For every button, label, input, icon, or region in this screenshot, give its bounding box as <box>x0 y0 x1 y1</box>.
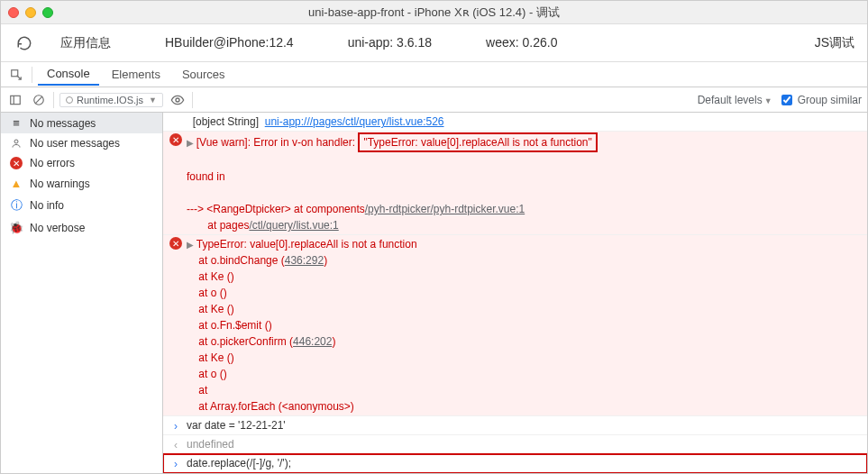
window-titlebar: uni-base-app-front - iPhone Xʀ (iOS 12.4… <box>1 1 867 24</box>
chevron-down-icon: ▼ <box>764 96 772 105</box>
sidebar-item-label: No info <box>30 199 64 212</box>
sidebar-item-messages[interactable]: ≡ No messages <box>1 113 162 133</box>
sidebar-item-label: No verbose <box>30 222 85 234</box>
group-similar-label: Group similar <box>798 94 862 106</box>
expand-icon[interactable]: ▶ <box>187 138 196 148</box>
app-info-label[interactable]: 应用信息 <box>60 35 111 51</box>
sidebar-item-info[interactable]: ⓘ No info <box>1 194 162 217</box>
error-icon: ✕ <box>169 237 182 250</box>
sidebar-item-user-messages[interactable]: No user messages <box>1 133 162 153</box>
console-error-row: ✕ ▶ [Vue warn]: Error in v-on handler: "… <box>163 132 867 235</box>
context-dot-icon <box>66 96 73 104</box>
context-name: Runtime.IOS.js <box>77 95 143 105</box>
source-link[interactable]: 436:292 <box>285 254 324 267</box>
reload-icon <box>16 35 32 51</box>
toggle-sidebar-icon[interactable] <box>6 91 24 109</box>
sidebar-item-errors[interactable]: ✕ No errors <box>1 153 162 173</box>
clear-console-icon[interactable] <box>30 91 48 109</box>
close-window-button[interactable] <box>8 7 19 18</box>
expand-icon[interactable]: ▶ <box>187 240 196 250</box>
console-error-row: ✕ ▶ TypeError: value[0].replaceAll is no… <box>163 235 867 416</box>
uniapp-version-label: uni-app: 3.6.18 <box>348 35 432 51</box>
maximize-window-button[interactable] <box>42 7 53 18</box>
source-link[interactable]: 446:202 <box>293 335 332 348</box>
minimize-window-button[interactable] <box>25 7 36 18</box>
messages-icon: ≡ <box>10 116 23 130</box>
tab-elements[interactable]: Elements <box>103 64 169 85</box>
return-icon: ‹ <box>174 437 178 453</box>
console-input-row: › date.replace(/[-]/g, '/'); <box>163 454 867 473</box>
console-log-row: [object String] uni-app:///pages/ctl/que… <box>163 113 867 132</box>
source-link[interactable]: /pyh-rdtpicker/pyh-rdtpicker.vue:1 <box>365 203 525 215</box>
console-result-row: ‹ undefined <box>163 435 867 454</box>
levels-selector[interactable]: Default levels▼ <box>694 94 776 106</box>
sidebar-item-label: No warnings <box>30 178 90 190</box>
highlight-box: "TypeError: value[0].replaceAll is not a… <box>358 132 597 152</box>
sidebar-item-label: No messages <box>30 117 96 130</box>
tab-console[interactable]: Console <box>38 63 99 86</box>
filter-input[interactable] <box>198 91 689 109</box>
console-toolbar: Runtime.IOS.js ▼ Default levels▼ Group s… <box>1 87 867 113</box>
svg-rect-1 <box>11 96 21 104</box>
window-title: uni-base-app-front - iPhone Xʀ (iOS 12.4… <box>1 5 867 21</box>
error-icon: ✕ <box>169 133 182 146</box>
svg-line-4 <box>35 96 42 103</box>
tab-sources[interactable]: Sources <box>173 64 234 85</box>
group-similar-checkbox[interactable] <box>781 95 792 105</box>
sidebar-item-label: No user messages <box>30 137 120 150</box>
prompt-icon: › <box>174 418 178 434</box>
console-input-row: › var date = '12-21-21' <box>163 416 867 435</box>
prompt-icon: › <box>174 456 178 472</box>
sidebar-item-verbose[interactable]: 🐞 No verbose <box>1 217 162 238</box>
console-sidebar: ≡ No messages No user messages ✕ No erro… <box>1 113 163 474</box>
chevron-down-icon: ▼ <box>149 96 157 105</box>
console-output[interactable]: [object String] uni-app:///pages/ctl/que… <box>163 113 867 474</box>
warning-icon: ▲ <box>10 177 23 190</box>
window-controls <box>8 7 53 18</box>
context-selector[interactable]: Runtime.IOS.js ▼ <box>59 93 163 107</box>
svg-point-6 <box>14 140 18 143</box>
source-link[interactable]: /ctl/query/list.vue:1 <box>249 219 338 232</box>
error-icon: ✕ <box>10 157 23 169</box>
devtools-tabs: Console Elements Sources <box>1 62 867 87</box>
builder-label: HBuilder@iPhone:12.4 <box>165 35 294 51</box>
inspect-icon[interactable] <box>6 65 26 85</box>
jsdebug-label[interactable]: JS调试 <box>797 35 854 51</box>
user-icon <box>10 138 23 149</box>
sidebar-item-label: No errors <box>30 157 75 169</box>
live-expression-icon[interactable] <box>169 91 187 109</box>
weex-version-label: weex: 0.26.0 <box>486 35 557 51</box>
svg-point-5 <box>176 98 179 102</box>
reload-button[interactable] <box>14 32 35 54</box>
info-icon: ⓘ <box>10 197 23 214</box>
sidebar-item-warnings[interactable]: ▲ No warnings <box>1 173 162 194</box>
info-bar: 应用信息 HBuilder@iPhone:12.4 uni-app: 3.6.1… <box>1 24 867 62</box>
source-link[interactable]: uni-app:///pages/ctl/query/list.vue:526 <box>265 115 444 128</box>
bug-icon: 🐞 <box>10 221 23 234</box>
